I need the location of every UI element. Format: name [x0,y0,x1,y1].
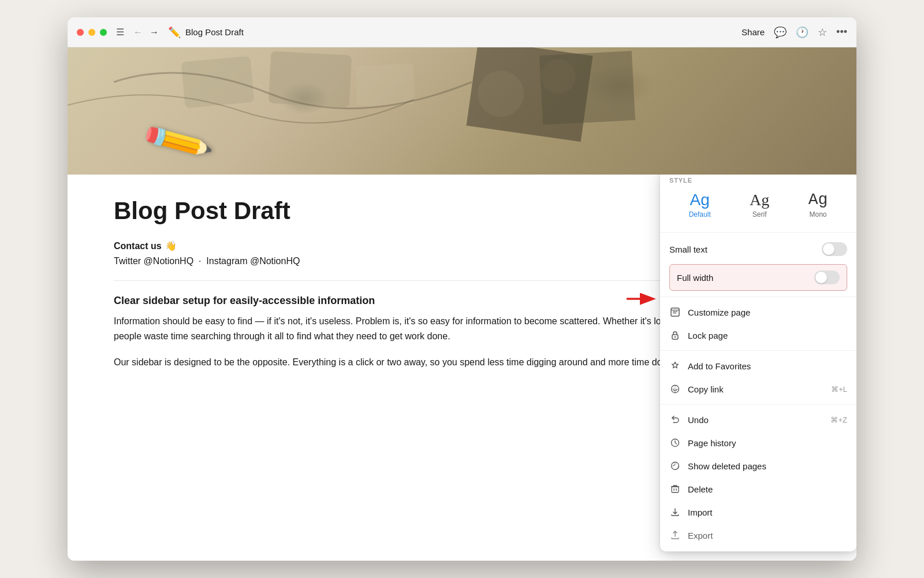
delete-item[interactable]: Delete [660,477,856,501]
svg-rect-0 [181,56,255,108]
page-history-label: Page history [688,438,847,448]
svg-point-5 [478,71,524,117]
customize-page-icon [669,306,681,318]
style-label-default: Default [689,210,711,218]
history-icon[interactable]: 🕐 [796,26,808,39]
export-icon [669,529,681,541]
add-to-favorites-icon [669,360,681,372]
full-width-toggle-row[interactable]: Full width [669,264,847,291]
divider-2 [660,297,856,297]
import-icon [669,506,681,518]
show-deleted-icon [669,460,681,472]
small-text-label: Small text [669,244,707,254]
titlebar-actions: Share 💬 🕐 ☆ ••• [742,26,847,39]
app-window: ☰ ← → ✏️ Blog Post Draft Share 💬 🕐 ☆ ••• [68,17,856,561]
full-width-toggle[interactable] [814,271,840,284]
more-options-icon[interactable]: ••• [836,26,847,38]
show-deleted-pages-item[interactable]: Show deleted pages [660,454,856,477]
forward-button[interactable]: → [147,26,161,39]
svg-rect-1 [269,51,352,107]
lock-page-label: Lock page [688,331,847,340]
divider-4 [660,404,856,405]
maximize-button[interactable] [100,29,107,36]
svg-rect-2 [356,64,415,106]
add-to-favorites-label: Add to Favorites [688,361,847,371]
svg-point-14 [675,336,676,338]
customize-page-item[interactable]: Customize page [660,301,856,324]
style-label-mono: Mono [809,210,826,218]
undo-icon [669,414,681,425]
back-button[interactable]: ← [131,26,145,39]
customize-page-label: Customize page [688,307,847,317]
svg-rect-18 [672,487,679,492]
page-icon: ✏️ [168,26,181,39]
add-to-favorites-item[interactable]: Add to Favorites [660,354,856,377]
small-text-toggle-knob [823,243,834,255]
lock-page-icon [669,329,681,341]
red-arrow [625,288,657,312]
lock-page-item[interactable]: Lock page [660,324,856,347]
style-options: Ag Default Ag Serif Ag Mono [660,190,856,229]
small-text-toggle-row[interactable]: Small text [660,236,856,262]
comments-icon[interactable]: 💬 [774,26,787,39]
style-ag-mono: Ag [808,192,828,208]
import-label: Import [688,507,847,517]
style-option-mono[interactable]: Ag Mono [799,190,837,221]
import-item[interactable]: Import [660,501,856,524]
dropdown-menu: STYLE Ag Default Ag Serif Ag Mono [660,175,856,551]
show-deleted-label: Show deleted pages [688,461,847,471]
minimize-button[interactable] [88,29,95,36]
copy-link-label: Copy link [688,384,824,394]
undo-item[interactable]: Undo ⌘+Z [660,408,856,431]
share-button[interactable]: Share [742,27,765,37]
svg-rect-9 [671,308,679,316]
svg-point-6 [541,59,576,94]
traffic-lights [77,29,107,36]
style-section-label: STYLE [660,177,856,190]
delete-label: Delete [688,484,847,494]
page-icon-title: ✏️ Blog Post Draft [168,26,735,39]
style-ag-serif: Ag [750,192,769,208]
full-width-toggle-knob [815,272,827,283]
page-history-item[interactable]: Page history [660,431,856,454]
favorites-icon[interactable]: ☆ [818,26,827,39]
page-history-icon [669,437,681,449]
style-ag-default: Ag [690,192,710,208]
undo-shortcut: ⌘+Z [830,416,847,424]
export-item[interactable]: Export [660,524,856,547]
style-label-serif: Serif [752,210,767,218]
style-option-serif[interactable]: Ag Serif [740,190,778,221]
divider-3 [660,350,856,351]
small-text-toggle[interactable] [822,242,847,256]
style-option-default[interactable]: Ag Default [680,190,720,221]
nav-buttons: ← → [131,26,161,39]
titlebar: ☰ ← → ✏️ Blog Post Draft Share 💬 🕐 ☆ ••• [68,17,856,47]
sidebar-toggle-icon[interactable]: ☰ [116,27,124,38]
delete-icon [669,483,681,495]
copy-link-icon [669,383,681,395]
content-area: Blog Post Draft Contact us 👋 Twitter @No… [68,175,856,561]
copy-link-item[interactable]: Copy link ⌘+L [660,377,856,401]
divider-1 [660,232,856,233]
undo-label: Undo [688,415,824,425]
page-title-bar: Blog Post Draft [185,27,244,37]
close-button[interactable] [77,29,84,36]
copy-link-shortcut: ⌘+L [831,385,847,394]
full-width-label: Full width [677,273,713,283]
export-label: Export [688,531,847,540]
hero-banner: ✏️ [68,47,856,175]
